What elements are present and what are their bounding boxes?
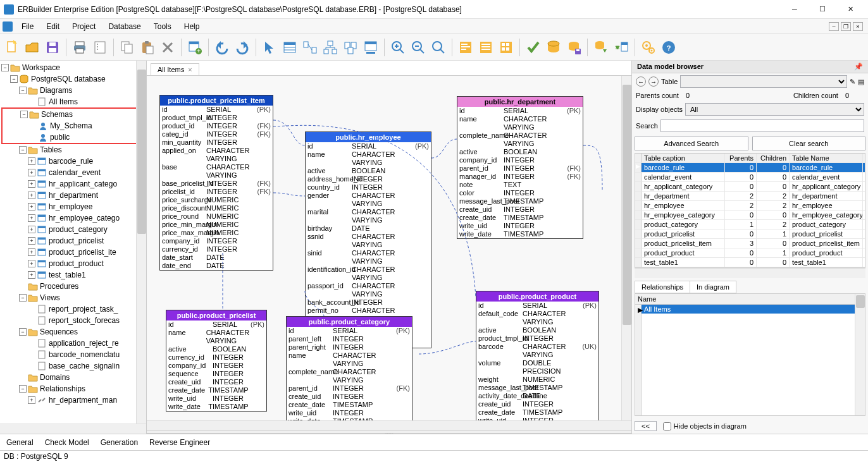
menu-file[interactable]: File (15, 20, 40, 33)
grid-row[interactable]: hr_employee_category00hr_employee_catego… (635, 211, 865, 220)
workspace-tree[interactable]: −Workspace−PostgreSQL database−DiagramsA… (0, 61, 146, 424)
db-save-button[interactable] (564, 38, 583, 57)
grid-row[interactable]: ▶barcode_rule00barcode_rule (635, 163, 865, 173)
close-button[interactable]: ✕ (836, 1, 864, 18)
menu-help[interactable]: Help (178, 20, 206, 33)
tree-item[interactable]: −PostgreSQL database (1, 73, 145, 85)
grid-row[interactable]: calendar_event00calendar_event (635, 173, 865, 182)
tree-item[interactable]: −Diagrams (1, 85, 145, 96)
maximize-button[interactable]: ☐ (809, 1, 836, 18)
align-left-button[interactable] (456, 38, 475, 57)
tree-item[interactable]: application_reject_re (1, 338, 145, 349)
tree-item[interactable]: report_project_task_ (1, 303, 145, 315)
expand-icon[interactable]: + (28, 157, 35, 165)
expand-icon[interactable]: + (28, 180, 35, 188)
clear-search-button[interactable]: Clear search (752, 137, 866, 150)
expand-icon[interactable]: + (28, 169, 35, 176)
tab-check-model[interactable]: Check Model (45, 438, 89, 447)
menu-edit[interactable]: Edit (40, 20, 66, 33)
nav-prev-button[interactable]: << (635, 421, 657, 431)
redo-button[interactable] (233, 38, 252, 57)
tree-item[interactable]: −Workspace (1, 62, 145, 73)
tree-item[interactable]: +hr_employee (1, 201, 145, 212)
tree-item[interactable]: barcode_nomenclatu (1, 349, 145, 360)
tree-item[interactable]: +barcode_rule (1, 156, 145, 167)
doc-minimize-button[interactable]: – (829, 22, 839, 31)
edit-icon[interactable]: ✎ (850, 78, 855, 86)
print-button[interactable] (70, 38, 89, 57)
expand-icon[interactable]: + (28, 192, 35, 199)
tree-item[interactable]: +test_table1 (1, 269, 145, 281)
table-select[interactable] (680, 75, 847, 88)
settings-button[interactable] (639, 38, 658, 57)
zoom-in-button[interactable] (388, 38, 407, 57)
grid-row[interactable]: hr_employee22hr_employee (635, 201, 865, 211)
open-button[interactable] (23, 38, 42, 57)
canvas-vscrollbar[interactable] (621, 76, 631, 420)
expand-icon[interactable]: + (28, 260, 35, 267)
tree-item[interactable]: −Tables (1, 144, 145, 156)
menu-database[interactable]: Database (102, 20, 147, 33)
collapse-icon[interactable]: − (19, 385, 27, 393)
collapse-icon[interactable]: − (20, 111, 28, 118)
minimize-button[interactable]: ─ (781, 1, 809, 18)
save-button[interactable] (43, 38, 62, 57)
erd-table[interactable]: public.hr_departmentidSERIAL(PK)nameCHAR… (457, 96, 583, 239)
tree-item[interactable]: Procedures (1, 281, 145, 292)
collapse-icon[interactable]: − (1, 64, 9, 71)
tree-item[interactable]: Domains (1, 372, 145, 383)
doc-tab-all-items[interactable]: All Items× (151, 63, 199, 75)
collapse-icon[interactable]: − (19, 146, 27, 154)
list-item[interactable]: All Items (642, 305, 865, 314)
tab-generation[interactable]: Generation (101, 438, 138, 447)
expand-icon[interactable]: + (28, 271, 35, 279)
grid-row[interactable]: product_pricelist01product_pricelist (635, 229, 865, 239)
delete-button[interactable] (158, 38, 177, 57)
paste-button[interactable] (138, 38, 157, 57)
validate-button[interactable] (524, 38, 543, 57)
tab-reverse-engineer[interactable]: Reverse Engineer (149, 438, 210, 447)
tree-hscrollbar[interactable] (0, 424, 146, 434)
pin-icon[interactable]: 📌 (854, 63, 863, 71)
tree-item[interactable]: +product_category (1, 224, 145, 235)
report-button[interactable] (90, 38, 109, 57)
diagram-canvas[interactable]: public.product_pricelist_itemidSERIAL(PK… (147, 76, 631, 420)
tree-item[interactable]: All Items (1, 96, 145, 107)
expand-icon[interactable]: + (28, 203, 35, 211)
undo-button[interactable] (213, 38, 232, 57)
tree-vscrollbar[interactable] (136, 61, 146, 424)
tab-in-diagram[interactable]: In diagram (690, 281, 736, 293)
display-objects-select[interactable]: All (685, 103, 864, 116)
search-input[interactable] (660, 119, 864, 132)
tab-general[interactable]: General (6, 438, 34, 447)
goto-icon[interactable]: ▤ (858, 78, 864, 86)
tree-item[interactable]: −Schemas (3, 109, 144, 120)
grid-row[interactable]: product_category12product_category (635, 220, 865, 229)
menu-tools[interactable]: Tools (147, 20, 178, 33)
tree-item[interactable]: +hr_department (1, 190, 145, 201)
expand-icon[interactable]: + (28, 248, 35, 256)
nav-fwd-icon[interactable]: → (648, 76, 659, 87)
erd-table[interactable]: public.product_pricelistidSERIAL(PK)name… (166, 310, 267, 412)
collapse-icon[interactable]: − (19, 328, 27, 336)
tree-item[interactable]: −Sequences (1, 326, 145, 338)
menu-project[interactable]: Project (66, 20, 102, 33)
grid-hscrollbar[interactable] (635, 268, 865, 278)
tree-item[interactable]: report_stock_forecas (1, 315, 145, 326)
tree-item[interactable]: My_Schema (3, 120, 144, 131)
tab-relationships[interactable]: Relationships (635, 281, 690, 293)
db-generate-button[interactable] (544, 38, 563, 57)
db-sync-button[interactable] (592, 38, 611, 57)
diagram-list[interactable]: Name ▶ All Items (635, 293, 865, 416)
new-table-button[interactable]: + (185, 38, 204, 57)
expand-icon[interactable]: + (28, 214, 35, 222)
pointer-tool[interactable] (260, 38, 279, 57)
grid-row[interactable]: test_table100test_table1 (635, 258, 865, 267)
grid-row[interactable]: hr_applicant_category00hr_applicant_cate… (635, 182, 865, 192)
collapse-icon[interactable]: − (19, 87, 27, 94)
tree-item[interactable]: +product_pricelist (1, 235, 145, 247)
zoom-fit-button[interactable] (429, 38, 448, 57)
advanced-search-button[interactable]: Advanced Search (635, 137, 748, 150)
grid-row[interactable]: product_product01product_product (635, 248, 865, 258)
new-button[interactable] (3, 38, 22, 57)
